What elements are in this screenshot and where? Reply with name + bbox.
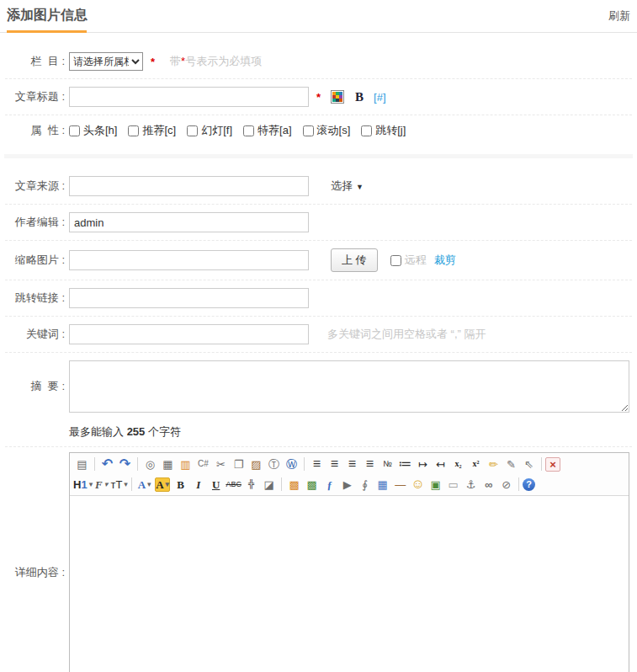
- author-input[interactable]: [69, 212, 309, 232]
- title-bold-icon[interactable]: B: [355, 90, 364, 104]
- attr-checkbox-f[interactable]: [187, 125, 198, 136]
- attr-checkbox-s[interactable]: [303, 125, 314, 136]
- crop-link[interactable]: 裁剪: [434, 253, 456, 268]
- indent-icon[interactable]: ↦: [414, 456, 432, 472]
- strikethrough-icon[interactable]: ABC: [225, 476, 242, 493]
- attr-option-j[interactable]: 跳转[j]: [361, 123, 406, 138]
- spacing-icon[interactable]: ╬: [242, 476, 260, 493]
- align-left-icon[interactable]: ≡: [308, 456, 326, 472]
- active-tab-accent-bar: [7, 30, 87, 33]
- thumbnail-label: 缩略图片 :: [0, 253, 65, 268]
- batch-image-icon[interactable]: ▩: [303, 476, 321, 493]
- eraser-icon[interactable]: ◪: [260, 476, 278, 493]
- emoticon-icon[interactable]: ☺: [409, 476, 427, 493]
- fullscreen-icon[interactable]: ×: [545, 457, 560, 472]
- anchor-icon[interactable]: ⚓: [462, 476, 480, 493]
- thumbnail-input[interactable]: [69, 250, 309, 270]
- insert-image-icon[interactable]: ▩: [285, 476, 303, 493]
- summary-row: 摘 要 :: [0, 353, 637, 420]
- align-center-icon[interactable]: ≡: [326, 456, 343, 472]
- char-limit-number: 255: [127, 425, 146, 438]
- align-right-icon[interactable]: ≡: [343, 456, 361, 472]
- attr-checkbox-j[interactable]: [361, 125, 372, 136]
- justify-icon[interactable]: ≡: [361, 456, 379, 472]
- section-divider: [4, 154, 633, 158]
- italic-icon[interactable]: I: [189, 476, 207, 493]
- bold-icon[interactable]: B: [172, 476, 189, 493]
- help-icon[interactable]: ?: [523, 478, 535, 491]
- ordered-list-icon[interactable]: №: [379, 456, 396, 472]
- text-color-icon[interactable]: A: [135, 476, 153, 493]
- article-title-input[interactable]: [69, 87, 309, 107]
- editor-content-area[interactable]: [70, 496, 629, 672]
- unordered-list-icon[interactable]: ≔: [396, 456, 414, 472]
- map-icon[interactable]: ▣: [427, 476, 444, 493]
- print-icon[interactable]: ▦: [159, 456, 177, 472]
- copy-icon[interactable]: ❐: [230, 456, 247, 472]
- underline-icon[interactable]: U: [207, 476, 225, 493]
- subscript-icon[interactable]: x₂: [449, 456, 467, 472]
- paste-text-icon[interactable]: Ⓣ: [265, 456, 283, 472]
- keywords-hint: 多关键词之间用空格或者 “,” 隔开: [327, 327, 486, 342]
- editor-toolbar-row-1: ▤↶↷◎▦▥C#✂❐▨ⓉⓌ≡≡≡≡№≔↦↤x₂x²✏✎⇖×: [72, 454, 627, 474]
- caret-down-icon: ▼: [356, 183, 364, 191]
- cut-icon[interactable]: ✂: [212, 456, 230, 472]
- summary-char-limit: 最多能输入 255 个字符: [69, 424, 637, 440]
- redirect-link-input[interactable]: [69, 288, 309, 308]
- heading-select[interactable]: H1: [73, 476, 93, 493]
- attributes-label: 属 性 :: [0, 123, 65, 138]
- remote-checkbox-item[interactable]: 远程: [390, 253, 427, 268]
- keywords-row: 关键词 : 多关键词之间用空格或者 “,” 隔开: [0, 317, 637, 352]
- clean-format-icon[interactable]: ✏: [485, 456, 502, 472]
- link-icon[interactable]: ∞: [480, 476, 497, 493]
- article-title-row: 文章标题 : * B [#]: [0, 79, 637, 115]
- attr-checkbox-a[interactable]: [243, 125, 254, 136]
- hr-icon[interactable]: ―: [391, 476, 409, 493]
- attr-option-c[interactable]: 推荐[c]: [128, 123, 176, 138]
- attachment-icon[interactable]: ∮: [356, 476, 374, 493]
- summary-textarea[interactable]: [69, 360, 629, 413]
- heading-select-part: 1: [81, 479, 87, 490]
- table-icon[interactable]: ▦: [374, 476, 391, 493]
- upload-button[interactable]: 上 传: [331, 248, 378, 272]
- paste-word-icon[interactable]: Ⓦ: [283, 456, 300, 472]
- attr-checkbox-c[interactable]: [128, 125, 139, 136]
- author-row: 作者编辑 :: [0, 205, 637, 240]
- redo-icon[interactable]: ↷: [116, 456, 134, 472]
- outdent-icon[interactable]: ↤: [432, 456, 449, 472]
- redirect-link-row: 跳转链接 :: [0, 280, 637, 316]
- font-size-select[interactable]: тT: [110, 476, 128, 493]
- category-row: 栏 目 : 请选择所属栏目 * 带*号表示为必填项: [0, 45, 637, 78]
- preview-icon[interactable]: ◎: [141, 456, 159, 472]
- attr-option-a[interactable]: 特荐[a]: [243, 123, 291, 138]
- unlink-icon[interactable]: ⊘: [497, 476, 515, 493]
- category-select[interactable]: 请选择所属栏目: [69, 52, 143, 71]
- title-color-palette-icon[interactable]: [331, 90, 344, 104]
- thumbnail-row: 缩略图片 : 上 传 远程 裁剪: [0, 241, 637, 280]
- article-source-input[interactable]: [69, 176, 309, 196]
- title-anchor-icon[interactable]: [#]: [374, 91, 385, 104]
- superscript-icon[interactable]: x²: [467, 456, 485, 472]
- attr-option-f[interactable]: 幻灯[f]: [187, 123, 232, 138]
- pagebreak-icon[interactable]: ▭: [444, 476, 462, 493]
- keywords-input[interactable]: [69, 324, 309, 344]
- quick-format-icon[interactable]: ✎: [502, 456, 520, 472]
- source-picker-dropdown[interactable]: 选择▼: [331, 179, 364, 194]
- attr-option-s[interactable]: 滚动[s]: [303, 123, 351, 138]
- highlight-color-icon[interactable]: A: [155, 477, 170, 492]
- undo-icon[interactable]: ↶: [98, 456, 116, 472]
- remote-checkbox[interactable]: [390, 255, 401, 266]
- select-all-icon[interactable]: ⇖: [520, 456, 538, 472]
- template-icon[interactable]: ▥: [177, 456, 194, 472]
- code-icon[interactable]: C#: [194, 456, 212, 472]
- redirect-link-label: 跳转链接 :: [0, 291, 65, 306]
- attr-option-h[interactable]: 头条[h]: [69, 123, 117, 138]
- toolbar-separator: [137, 457, 138, 471]
- attr-checkbox-h[interactable]: [69, 125, 80, 136]
- paste-icon[interactable]: ▨: [247, 456, 265, 472]
- source-icon[interactable]: ▤: [73, 456, 91, 472]
- refresh-link[interactable]: 刷新: [608, 8, 630, 24]
- font-family-select[interactable]: F: [93, 476, 110, 493]
- flash-icon[interactable]: ƒ: [321, 476, 338, 493]
- video-icon[interactable]: ▶: [338, 476, 356, 493]
